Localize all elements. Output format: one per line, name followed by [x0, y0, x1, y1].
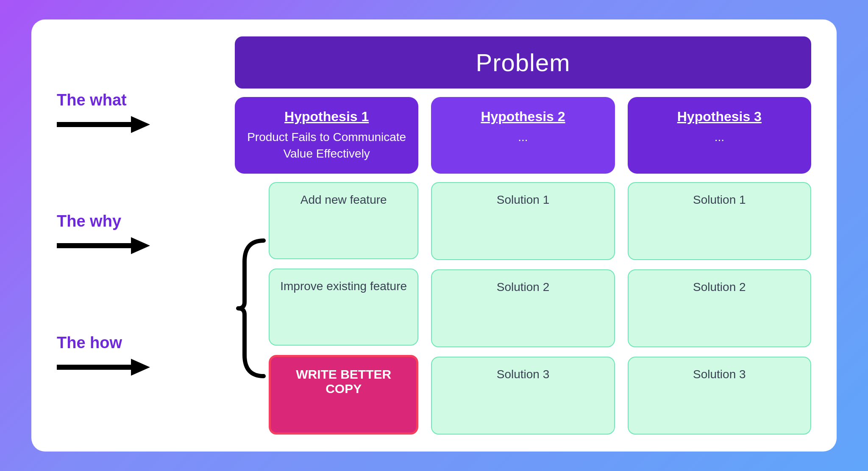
hypothesis-1-subtitle: Product Fails to Communicate Value Effec… — [244, 129, 409, 162]
solution-1-3-special[interactable]: WRITE BETTER COPY — [269, 355, 418, 435]
solution-3-2[interactable]: Solution 2 — [628, 269, 811, 347]
the-how-label: The how — [57, 334, 122, 352]
hypothesis-3-box: Hypothesis 3 ... — [628, 97, 811, 174]
hypothesis-2-box: Hypothesis 2 ... — [431, 97, 615, 174]
the-why-arrow — [57, 233, 150, 258]
svg-marker-3 — [131, 237, 150, 254]
left-labels: The what The why The how — [57, 36, 235, 435]
hypothesis-2-subtitle: ... — [440, 129, 605, 145]
hypothesis-2-title: Hypothesis 2 — [440, 109, 605, 125]
solutions-col-1-items: Add new feature Improve existing feature… — [269, 182, 418, 435]
solution-3-1[interactable]: Solution 1 — [628, 182, 811, 260]
hypothesis-1-box: Hypothesis 1 Product Fails to Communicat… — [235, 97, 418, 174]
solutions-col-1-group: Add new feature Improve existing feature… — [235, 182, 418, 435]
solution-2-3[interactable]: Solution 3 — [431, 357, 615, 435]
problem-label: Problem — [476, 49, 570, 76]
solutions-col-2: Solution 1 Solution 2 Solution 3 — [431, 182, 615, 435]
the-why-label: The why — [57, 212, 121, 230]
the-how-group: The how — [57, 334, 235, 380]
content-area: Problem Hypothesis 1 Product Fails to Co… — [235, 36, 811, 435]
hypothesis-3-subtitle: ... — [637, 129, 802, 145]
brace-symbol — [235, 182, 269, 435]
solution-1-1[interactable]: Add new feature — [269, 182, 418, 259]
svg-marker-1 — [131, 116, 150, 133]
hypothesis-3-title: Hypothesis 3 — [637, 109, 802, 125]
solution-2-2[interactable]: Solution 2 — [431, 269, 615, 347]
the-what-arrow — [57, 112, 150, 137]
svg-marker-5 — [131, 359, 150, 376]
hypothesis-1-title: Hypothesis 1 — [244, 109, 409, 125]
solutions-row: Add new feature Improve existing feature… — [235, 182, 811, 435]
hypotheses-row: Hypothesis 1 Product Fails to Communicat… — [235, 97, 811, 174]
the-what-group: The what — [57, 91, 235, 137]
brace-svg — [236, 236, 268, 380]
solution-1-2[interactable]: Improve existing feature — [269, 269, 418, 346]
the-how-arrow — [57, 355, 150, 380]
the-what-label: The what — [57, 91, 127, 109]
solution-3-3[interactable]: Solution 3 — [628, 357, 811, 435]
solution-2-1[interactable]: Solution 1 — [431, 182, 615, 260]
solutions-col-3: Solution 1 Solution 2 Solution 3 — [628, 182, 811, 435]
main-card: The what The why The how Pro — [31, 19, 837, 452]
the-why-group: The why — [57, 212, 235, 258]
problem-bar: Problem — [235, 36, 811, 89]
